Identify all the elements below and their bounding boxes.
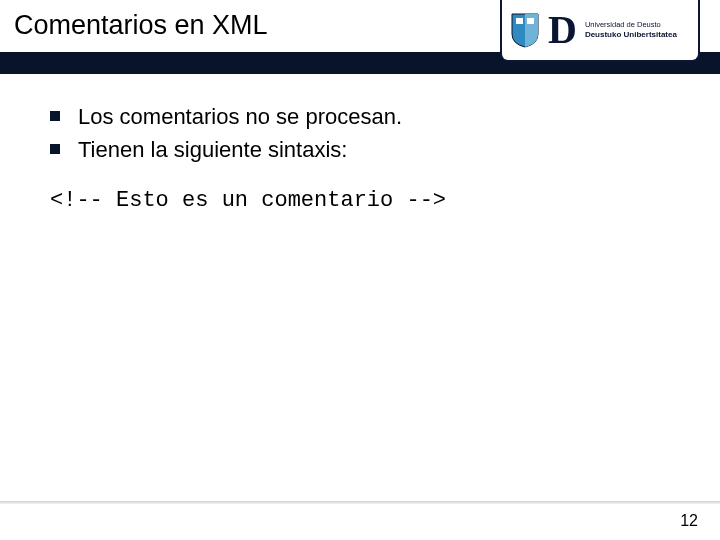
code-sample: <!-- Esto es un comentario --> [50,188,680,213]
slide: Comentarios en XML D Universidad de Deus… [0,0,720,540]
logo-text: Universidad de Deusto Deustuko Unibertsi… [585,21,677,39]
bullet-text: Tienen la siguiente sintaxis: [78,137,347,162]
logo-tab: D Universidad de Deusto Deustuko Unibert… [500,0,700,62]
bullet-text: Los comentarios no se procesan. [78,104,402,129]
list-item: Los comentarios no se procesan. [50,100,680,133]
logo-letter: D [548,10,577,50]
logo-line1: Universidad de Deusto [585,21,677,30]
content-area: Los comentarios no se procesan. Tienen l… [50,100,680,213]
page-number: 12 [680,512,698,530]
footer-separator [0,501,720,504]
svg-rect-0 [516,18,523,24]
bullet-list: Los comentarios no se procesan. Tienen l… [50,100,680,166]
logo-line2: Deustuko Unibertsitatea [585,30,677,39]
list-item: Tienen la siguiente sintaxis: [50,133,680,166]
shield-icon [510,12,540,48]
svg-rect-1 [527,18,534,24]
slide-title: Comentarios en XML [14,10,268,41]
